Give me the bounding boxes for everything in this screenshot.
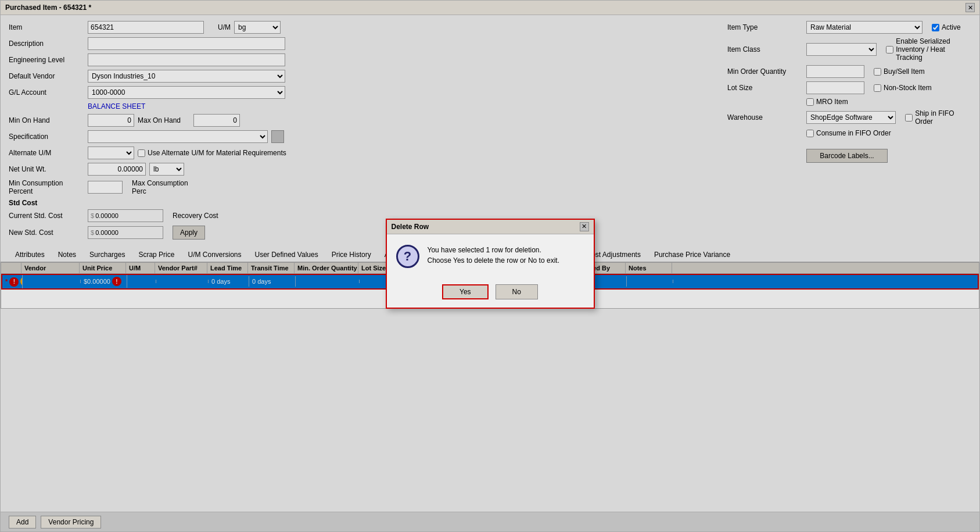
dialog-message: You have selected 1 row for deletion. Ch… [428, 245, 559, 266]
dialog-close-button[interactable]: ✕ [580, 222, 589, 231]
dialog-yes-button[interactable]: Yes [442, 284, 489, 299]
dialog-message-line1: You have selected 1 row for deletion. [428, 245, 559, 255]
dialog-message-line2: Choose Yes to delete the row or No to ex… [428, 255, 559, 266]
form-area: Item U/M bg Description Engineering Leve… [1, 15, 979, 512]
close-button[interactable]: ✕ [965, 3, 975, 12]
dialog-title: Delete Row [392, 223, 429, 231]
main-window: Purchased Item - 654321 * ✕ Item U/M bg … [0, 0, 980, 532]
dialog-title-bar: Delete Row ✕ [387, 220, 594, 234]
dialog-question-icon: ? [396, 245, 419, 268]
dialog-no-button[interactable]: No [496, 284, 538, 299]
vendor-pricing-button[interactable]: Vendor Pricing [41, 516, 101, 529]
window-title: Purchased Item - 654321 * [5, 3, 91, 12]
bottom-bar: Add Vendor Pricing [1, 512, 979, 531]
dialog-body: ? You have selected 1 row for deletion. … [387, 234, 594, 279]
dialog-buttons: Yes No [387, 279, 594, 308]
title-bar: Purchased Item - 654321 * ✕ [1, 1, 979, 15]
dialog-overlay: Delete Row ✕ ? You have selected 1 row f… [1, 15, 979, 512]
delete-row-dialog: Delete Row ✕ ? You have selected 1 row f… [386, 219, 595, 309]
add-button[interactable]: Add [9, 516, 36, 529]
